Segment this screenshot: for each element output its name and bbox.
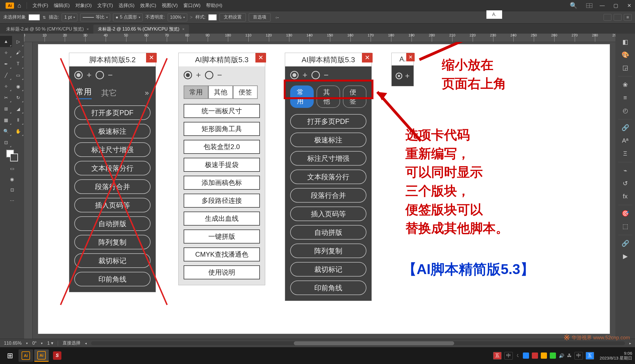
menu-edit[interactable]: 编辑(E) [54, 2, 70, 9]
tool-option[interactable]: ⋯ [0, 195, 24, 206]
script-button[interactable]: 印前角线 [74, 272, 151, 286]
swap-icon[interactable]: ⇅ [43, 15, 46, 20]
options-icon-1[interactable] [604, 14, 611, 21]
document-setup-button[interactable]: 文档设置 [220, 13, 246, 22]
close-icon[interactable]: ✕ [406, 53, 415, 61]
script-button[interactable]: 极速手提袋 [184, 158, 260, 172]
preferences-button[interactable]: 首选项 [249, 13, 271, 22]
menu-select[interactable]: 选择(S) [119, 2, 135, 9]
close-icon[interactable]: × [182, 27, 184, 31]
arrange-icon[interactable] [586, 3, 592, 8]
script-button[interactable]: 标注尺寸增强 [74, 142, 151, 157]
tray-icon[interactable] [523, 353, 529, 359]
tool-icon[interactable]: 🖌 [12, 47, 24, 58]
script-button[interactable]: 包装盒型2.0 [184, 140, 260, 154]
maximize-button[interactable]: ▢ [610, 1, 622, 10]
tool-option[interactable]: ▭ [0, 163, 24, 174]
plus-icon[interactable]: + [405, 71, 410, 80]
graphic-style[interactable] [208, 14, 217, 20]
panel-icon[interactable]: ≡ [620, 92, 631, 103]
menu-object[interactable]: 对象(O) [75, 2, 92, 9]
tool-icon[interactable]: ▲ [0, 36, 12, 47]
task-st[interactable]: S [50, 349, 64, 362]
doc-tab-1[interactable]: 未标题-2.ai @ 50 % (CMYK/CPU 预览)× [2, 25, 93, 34]
search-icon[interactable]: 🔍 [570, 2, 577, 9]
tool-icon[interactable]: ✧ [0, 81, 12, 92]
radio-on-icon[interactable] [74, 71, 83, 79]
script-button[interactable]: 自动拼版 [74, 216, 151, 231]
more-icon[interactable]: » [145, 89, 149, 97]
script-button[interactable]: 插入页码等 [290, 207, 366, 221]
menu-window[interactable]: 窗口(W) [183, 2, 200, 9]
tab-other[interactable]: 其它 [101, 88, 117, 98]
stroke-weight-input[interactable]: 1 pt▾ [62, 13, 77, 21]
h-scrollbar[interactable] [91, 341, 625, 345]
plus-icon[interactable]: + [87, 70, 92, 80]
tool-icon[interactable]: Ⅱ [12, 114, 24, 126]
tool-icon[interactable]: ▦ [0, 114, 12, 126]
minimize-button[interactable]: — [596, 1, 608, 10]
tool-icon[interactable]: 🔍 [0, 126, 12, 137]
tool-icon[interactable]: ✒ [0, 58, 12, 69]
tray-chevron-icon[interactable]: ㄑ [516, 353, 520, 359]
script-button[interactable]: 矩形圆角工具 [184, 122, 260, 136]
close-button[interactable]: ✕ [623, 1, 635, 10]
rotation[interactable]: 0° [32, 341, 36, 346]
clock[interactable]: 9:062023/8/13 星期日 [600, 351, 632, 361]
start-button[interactable]: ⊞ [3, 349, 17, 362]
panel-icon[interactable]: ◧ [620, 36, 631, 48]
volume-icon[interactable]: 🔊 [559, 353, 564, 358]
script-button[interactable]: CMYK查找潘通色 [184, 247, 260, 261]
task-ai-1[interactable]: Ai [19, 349, 33, 362]
script-button[interactable]: 打开多页PDF [74, 105, 151, 120]
radio-off-icon[interactable] [96, 71, 104, 79]
menu-file[interactable]: 文件(F) [33, 2, 48, 9]
tool-option[interactable]: ⊡ [0, 184, 24, 195]
close-icon[interactable]: ✕ [362, 53, 373, 62]
panel-icon[interactable]: ↺ [620, 178, 631, 189]
tray-icon[interactable] [541, 353, 547, 359]
script-button[interactable]: 段落行合并 [74, 179, 151, 194]
tool-icon[interactable]: ↻ [12, 92, 24, 103]
brush-def[interactable]: ●5 点圆形▾ [113, 13, 143, 21]
tab-other[interactable]: 其他 [208, 85, 233, 99]
script-button[interactable]: 文本段落分行 [74, 161, 151, 175]
script-button[interactable]: 段落行合并 [290, 188, 366, 203]
script-button[interactable]: 插入页码等 [74, 198, 151, 212]
script-button[interactable]: 打开多页PDF [290, 114, 366, 129]
panel-icon[interactable]: ◲ [620, 62, 631, 73]
tray-icon[interactable]: 五 [493, 352, 502, 360]
tray-icon[interactable] [550, 353, 556, 359]
script-button[interactable]: 极速标注 [74, 124, 151, 138]
plus-icon[interactable]: + [196, 70, 201, 80]
tray-icon[interactable]: 五 [586, 352, 594, 360]
tool-option[interactable]: ◉ [0, 174, 24, 184]
panel-icon[interactable]: ❀ [620, 79, 631, 91]
panel-icon[interactable]: 🔗 [620, 122, 631, 133]
doc-tab-2[interactable]: 未标题-2 @ 110.65 % (CMYK/CPU 预览)× [93, 25, 189, 34]
panel-icon[interactable]: ⌁ [620, 165, 631, 176]
zoom-level[interactable]: 110.65% [4, 341, 22, 346]
fill-swatch[interactable] [29, 14, 40, 20]
minus-icon[interactable]: − [108, 70, 113, 80]
script-button[interactable]: 生成出血线 [184, 212, 260, 226]
tool-icon[interactable]: T [12, 58, 24, 69]
opacity-input[interactable]: 100%▾ [168, 13, 187, 21]
ime-mode[interactable]: 中 [574, 352, 583, 360]
script-button[interactable]: 极速标注 [290, 133, 366, 147]
panel-icon[interactable]: Ξ [620, 148, 631, 159]
variable-width-profile[interactable]: 等比▾ [80, 13, 110, 21]
radio-on-icon[interactable] [290, 71, 299, 79]
panel-icon[interactable]: 🎨 [620, 49, 631, 61]
tray-icon[interactable] [532, 353, 538, 359]
tab-common[interactable]: 常用 [76, 87, 92, 99]
tab-notes[interactable]: 便签 [233, 85, 258, 99]
tool-icon[interactable]: ╱ [0, 69, 12, 81]
script-button[interactable]: 裁切标记 [74, 253, 151, 268]
script-button[interactable]: 印前角线 [290, 280, 366, 295]
minus-icon[interactable]: − [324, 70, 329, 80]
tool-icon[interactable]: ⊡ [0, 137, 12, 148]
script-button[interactable]: 阵列复制 [74, 235, 151, 249]
script-button[interactable]: 添加画稿色标 [184, 176, 260, 190]
panel-icon[interactable]: 🔗 [620, 238, 631, 249]
